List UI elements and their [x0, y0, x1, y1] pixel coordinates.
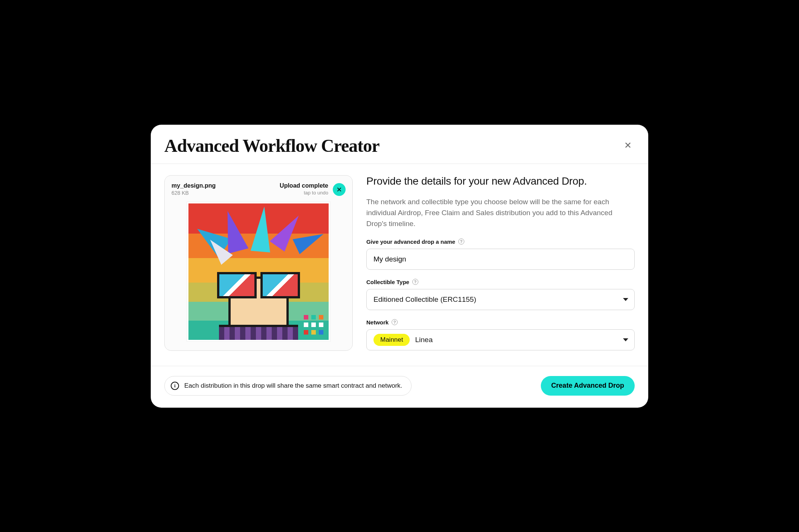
network-env-badge: Mainnet: [373, 334, 410, 346]
upload-preview-image: [187, 202, 330, 341]
form-description: The network and collectible type you cho…: [366, 196, 635, 229]
drop-name-label: Give your advanced drop a name: [366, 238, 455, 245]
form-heading: Provide the details for your new Advance…: [366, 175, 635, 187]
chevron-down-icon: [623, 298, 628, 301]
network-value: Linea: [415, 336, 433, 344]
upload-status-text: Upload complete: [280, 182, 328, 189]
network-label: Network: [366, 319, 389, 326]
chevron-down-icon: [623, 338, 628, 341]
network-field: Network ? Mainnet Linea: [366, 319, 635, 350]
upload-file-name: my_design.png: [171, 182, 216, 189]
drop-name-input[interactable]: [366, 249, 635, 270]
help-icon[interactable]: ?: [458, 238, 464, 245]
collectible-type-label: Collectible Type: [366, 279, 409, 285]
collectible-type-select[interactable]: Editioned Collectible (ERC1155): [366, 289, 635, 310]
advanced-workflow-modal: Advanced Workflow Creator ✕ my_design.pn…: [151, 125, 648, 408]
collectible-type-field: Collectible Type ? Editioned Collectible…: [366, 279, 635, 310]
close-icon: ✕: [624, 141, 632, 150]
create-advanced-drop-button[interactable]: Create Advanced Drop: [541, 376, 635, 396]
upload-header: my_design.png 628 KB Upload complete tap…: [171, 182, 346, 196]
help-icon[interactable]: ?: [392, 319, 398, 325]
footer-info-pill: i Each distribution in this drop will sh…: [164, 376, 412, 396]
network-select[interactable]: Mainnet Linea: [366, 329, 635, 350]
upload-card: my_design.png 628 KB Upload complete tap…: [164, 175, 353, 351]
undo-upload-button[interactable]: [333, 183, 346, 196]
footer-info-text: Each distribution in this drop will shar…: [184, 382, 402, 390]
details-form: Provide the details for your new Advance…: [366, 175, 635, 351]
modal-footer: i Each distribution in this drop will sh…: [151, 366, 648, 408]
info-icon: i: [171, 382, 179, 390]
help-icon[interactable]: ?: [412, 279, 418, 285]
close-button[interactable]: ✕: [621, 139, 635, 152]
upload-file-meta: my_design.png 628 KB: [171, 182, 216, 196]
modal-title: Advanced Workflow Creator: [164, 135, 380, 156]
upload-file-size: 628 KB: [171, 190, 216, 196]
upload-status-meta: Upload complete tap to undo: [280, 182, 328, 196]
upload-undo-hint: tap to undo: [280, 190, 328, 196]
modal-body: my_design.png 628 KB Upload complete tap…: [151, 164, 648, 366]
drop-name-field: Give your advanced drop a name ?: [366, 238, 635, 270]
upload-status-group: Upload complete tap to undo: [280, 182, 346, 196]
close-icon: [337, 187, 342, 192]
modal-header: Advanced Workflow Creator ✕: [151, 125, 648, 164]
collectible-type-value: Editioned Collectible (ERC1155): [373, 295, 476, 304]
